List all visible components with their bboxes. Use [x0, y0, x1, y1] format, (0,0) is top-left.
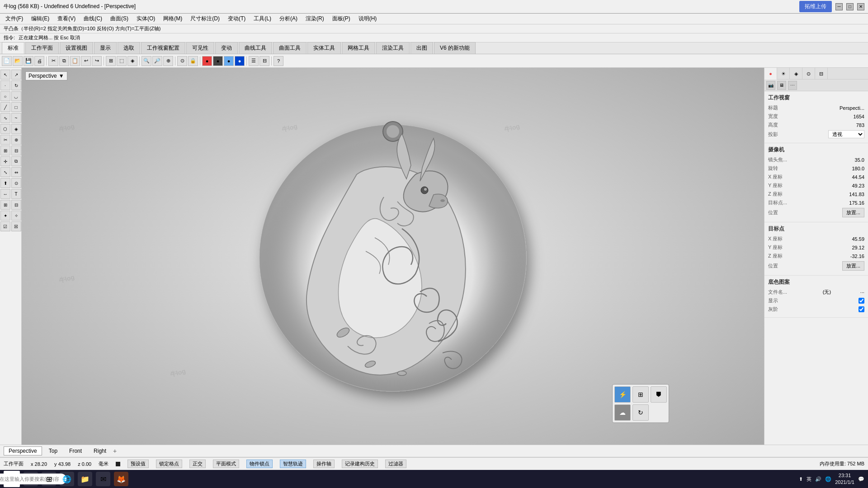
lt-explode[interactable]: ⊟	[11, 145, 21, 155]
tab-setview[interactable]: 设置视图	[60, 42, 93, 54]
menu-view[interactable]: 查看(V)	[54, 14, 79, 23]
rp-grayscale-checkbox[interactable]	[859, 306, 864, 312]
tb-props[interactable]: ⊟	[259, 56, 269, 66]
tab-display[interactable]: 显示	[94, 42, 117, 54]
add-tab-button[interactable]: +	[113, 447, 117, 455]
menu-tools[interactable]: 工具(L)	[250, 14, 275, 23]
menu-solid[interactable]: 实体(O)	[133, 14, 159, 23]
tb-print[interactable]: 🖨	[34, 56, 44, 66]
lt-extrude[interactable]: ⬆	[0, 178, 10, 188]
rp-position-button[interactable]: 放置...	[842, 208, 864, 217]
lt-copy2[interactable]: ⧉	[11, 156, 21, 166]
taskview-icon[interactable]: ⊞	[42, 472, 56, 486]
tab-mesh-tools[interactable]: 网格工具	[342, 42, 375, 54]
menu-transform[interactable]: 变动(T)	[224, 14, 249, 23]
lt-circle[interactable]: ○	[0, 91, 10, 101]
lt-surf2[interactable]: ◈	[11, 124, 21, 134]
tab-curve-tools[interactable]: 曲线工具	[239, 42, 272, 54]
perspective-dropdown[interactable]: Perspective ▼	[25, 71, 67, 80]
sb-btn-snap[interactable]: 锁定格点	[156, 460, 182, 468]
sb-btn-preset[interactable]: 预设值	[127, 460, 149, 468]
lt-scale[interactable]: ⤡	[0, 167, 10, 177]
tab-solid-tools[interactable]: 实体工具	[307, 42, 341, 54]
menu-panel[interactable]: 面板(P)	[329, 14, 354, 23]
lt-render1[interactable]: ✦	[0, 211, 10, 221]
sb-btn-filter[interactable]: 过滤器	[385, 460, 406, 468]
menu-mesh[interactable]: 网格(M)	[160, 14, 186, 23]
tb-window-sel[interactable]: ⬚	[117, 56, 127, 66]
lt-surf1[interactable]: ⬡	[0, 124, 10, 134]
sb-btn-gumball[interactable]: 操作轴	[313, 460, 335, 468]
menu-dim[interactable]: 尺寸标注(D)	[187, 14, 223, 23]
lt-line[interactable]: ╱	[0, 102, 10, 112]
menu-analysis[interactable]: 分析(A)	[276, 14, 301, 23]
fp-bluetooth[interactable]: ⚡	[614, 386, 631, 403]
rp-tab-material[interactable]: ◈	[790, 68, 802, 80]
rp-tab-sun[interactable]: ☀	[777, 68, 790, 80]
tb-redo[interactable]: ↪	[92, 56, 102, 66]
fp-refresh[interactable]: ↻	[632, 404, 649, 421]
search-input[interactable]	[0, 474, 66, 484]
menu-render[interactable]: 渲染(R)	[302, 14, 328, 23]
lt-point[interactable]: ·	[0, 80, 10, 90]
menu-edit[interactable]: 编辑(E)	[28, 14, 53, 23]
tab-v6[interactable]: V6 的新功能	[434, 42, 476, 54]
tb-color2[interactable]: ●	[213, 56, 223, 66]
tb-color4[interactable]: ●	[235, 56, 245, 66]
tb-color1[interactable]: ●	[202, 56, 212, 66]
fp-shield[interactable]: ⛊	[651, 386, 667, 403]
close-button[interactable]: ✕	[857, 3, 864, 10]
tb-sel-tools[interactable]: ◈	[127, 56, 137, 66]
lt-select[interactable]: ↖	[0, 70, 10, 80]
tb-new[interactable]: 📄	[2, 56, 12, 66]
tb-color3[interactable]: ●	[224, 56, 234, 66]
tab-workplane[interactable]: 工作平面	[25, 42, 59, 54]
tab-surface-tools[interactable]: 曲面工具	[273, 42, 307, 54]
upload-button[interactable]: 拓维上传	[799, 1, 832, 12]
sb-btn-smart[interactable]: 智慧轨迹	[280, 460, 306, 468]
lt-render2[interactable]: ✧	[11, 211, 21, 221]
tab-perspective[interactable]: Perspective	[4, 446, 42, 455]
tb-open[interactable]: 📂	[13, 56, 23, 66]
tb-zoom-ext[interactable]: ⊕	[163, 56, 173, 66]
search-taskbar[interactable]	[24, 472, 38, 486]
sb-btn-osnap[interactable]: 物件锁点	[246, 460, 273, 468]
sb-btn-history[interactable]: 记录建构历史	[342, 460, 378, 468]
rp-tab-settings[interactable]: ⊟	[815, 68, 828, 80]
lt-text[interactable]: T	[11, 189, 21, 199]
rp-show-checkbox[interactable]	[859, 298, 864, 304]
tb-zoom-out[interactable]: 🔎	[152, 56, 162, 66]
tb-copy[interactable]: ⧉	[59, 56, 69, 66]
edge-icon[interactable]: 🌐	[60, 472, 74, 486]
lt-trim[interactable]: ✂	[0, 135, 10, 145]
app-icon[interactable]: 🦊	[114, 472, 128, 486]
rpi-display[interactable]: 🖥	[777, 81, 786, 90]
lt-select2[interactable]: ↗	[11, 70, 21, 80]
lt-misc1[interactable]: ☑	[0, 221, 10, 231]
tb-save[interactable]: 💾	[24, 56, 33, 66]
tb-snap[interactable]: ⊙	[177, 56, 187, 66]
tab-drawing[interactable]: 出图	[410, 42, 433, 54]
lt-boolean[interactable]: ⊙	[11, 178, 21, 188]
rp-target-position-button[interactable]: 放置...	[842, 261, 864, 271]
tb-help[interactable]: ?	[274, 56, 283, 66]
tray-sound[interactable]: 🔊	[815, 476, 821, 482]
lt-dim[interactable]: ↔	[0, 189, 10, 199]
lt-extend[interactable]: ⊕	[11, 135, 21, 145]
tray-up-arrow[interactable]: ⬆	[799, 476, 803, 482]
tab-top[interactable]: Top	[44, 446, 62, 455]
tab-front[interactable]: Front	[64, 446, 87, 455]
upload-btn[interactable]: 拓维上传	[799, 1, 832, 12]
menu-file[interactable]: 文件(F)	[2, 14, 27, 23]
lt-curve[interactable]: ∿	[0, 113, 10, 123]
lt-mesh1[interactable]: ⊞	[0, 200, 10, 210]
tab-select[interactable]: 选取	[118, 42, 140, 54]
lt-arc[interactable]: ◡	[11, 91, 21, 101]
menu-curve[interactable]: 曲线(C)	[80, 14, 106, 23]
tb-select-all[interactable]: ⊞	[106, 56, 116, 66]
tray-network[interactable]: 🌐	[825, 476, 831, 482]
tab-standard[interactable]: 标准	[2, 42, 24, 54]
lt-move[interactable]: ✛	[0, 156, 10, 166]
tb-lock[interactable]: 🔒	[188, 56, 198, 66]
tb-cut[interactable]: ✂	[48, 56, 58, 66]
